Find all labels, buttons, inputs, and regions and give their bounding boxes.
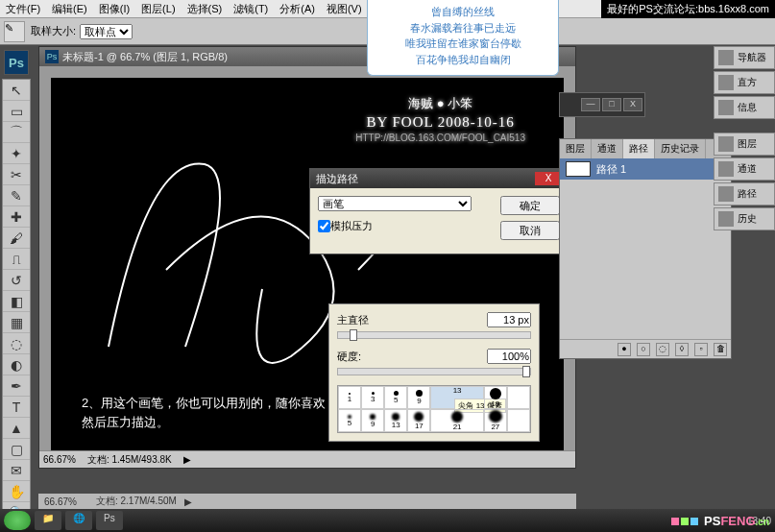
document-title: 未标题-1 @ 66.7% (图层 1, RGB/8): [62, 50, 228, 64]
eyedropper-icon[interactable]: ✎: [4, 21, 25, 42]
gradient-tool[interactable]: ▦: [3, 312, 30, 333]
zoom-value[interactable]: 66.67%: [43, 454, 76, 465]
path-select-tool[interactable]: ▲: [3, 418, 30, 439]
tab-history[interactable]: 历史记录: [655, 139, 706, 158]
diameter-input[interactable]: [487, 312, 531, 327]
brush-preset[interactable]: 21: [430, 409, 483, 432]
path-item[interactable]: 路径 1: [560, 158, 731, 180]
poem-tooltip: 曾自缚的丝线 春水漏载着往事已走远 唯我驻留在谁家窗台停歇 百花争艳我却自幽闭: [367, 0, 559, 76]
menu-analysis[interactable]: 分析(A): [274, 0, 321, 17]
taskbar-item[interactable]: Ps: [96, 511, 123, 530]
instruction-text: 2、用这个画笔，你也可以用别的，随你喜欢 然后压力描边。: [82, 394, 326, 431]
watermark: 最好的PS交流论坛:bbs.16xx8.com: [601, 0, 775, 18]
crop-tool[interactable]: ✂: [3, 164, 30, 185]
stroke-path-icon[interactable]: ○: [637, 343, 650, 356]
menu-file[interactable]: 文件(F): [0, 0, 46, 17]
brand-watermark: PSFENG.cn: [671, 514, 769, 528]
eraser-tool[interactable]: ◧: [3, 291, 30, 312]
statusbar-arrow-icon[interactable]: ▶: [183, 454, 191, 465]
type-tool[interactable]: T: [3, 397, 30, 418]
close-icon[interactable]: X: [623, 98, 642, 111]
brush-preset[interactable]: [507, 409, 530, 432]
panel-tabs: 图层 通道 路径 历史记录: [560, 139, 731, 158]
menu-filter[interactable]: 滤镜(T): [228, 0, 274, 17]
notes-tool[interactable]: ✉: [3, 460, 30, 481]
sample-size-select[interactable]: 取样点: [80, 24, 133, 39]
brush-tool[interactable]: 🖌: [3, 228, 30, 249]
eyedropper-tool[interactable]: ✎: [3, 185, 30, 206]
dialog-titlebar[interactable]: 描边路径 X: [310, 169, 568, 188]
hardness-slider[interactable]: [337, 368, 531, 375]
dock-info[interactable]: 信息: [714, 96, 775, 119]
navigator-icon: [718, 50, 734, 65]
channels-icon: [718, 161, 734, 177]
brush-preset[interactable]: 1: [338, 386, 361, 409]
footer-zoom[interactable]: 66.67%: [44, 496, 77, 507]
dock-histogram[interactable]: 直方: [714, 71, 775, 94]
brush-preset[interactable]: 19: [484, 386, 507, 409]
load-selection-icon[interactable]: ◌: [656, 343, 669, 356]
hardness-input[interactable]: [487, 349, 531, 364]
windows-taskbar: 📁 🌐 Ps 13:40: [0, 509, 775, 532]
ok-button[interactable]: 确定: [500, 196, 560, 215]
toolbox: ↖ ▭ ⌒ ✦ ✂ ✎ ✚ 🖌 ⎍ ↺ ◧ ▦ ◌ ◐ ✒ T ▲ ▢ ✉ ✋ …: [2, 79, 31, 532]
photoshop-logo-icon: Ps: [4, 50, 29, 75]
maximize-icon[interactable]: □: [602, 98, 621, 111]
brush-preset[interactable]: 27: [484, 409, 507, 432]
blur-tool[interactable]: ◌: [3, 333, 30, 354]
shape-tool[interactable]: ▢: [3, 439, 30, 460]
delete-path-icon[interactable]: 🗑: [714, 343, 727, 356]
dock-channels[interactable]: 通道: [714, 157, 775, 181]
menu-image[interactable]: 图像(I): [93, 0, 135, 17]
dock-navigator[interactable]: 导航器: [714, 46, 775, 69]
simulate-pressure-checkbox[interactable]: [318, 220, 330, 232]
brush-preset[interactable]: 13 尖角 13 像素: [430, 386, 483, 409]
fill-path-icon[interactable]: ●: [618, 343, 631, 356]
dodge-tool[interactable]: ◐: [3, 354, 30, 375]
brush-preset-grid: 1 3 5 9 13 尖角 13 像素 19 5 9 13 17 21 27: [337, 385, 531, 433]
lasso-tool[interactable]: ⌒: [3, 122, 30, 143]
brush-preset[interactable]: 17: [407, 409, 430, 432]
dock-layers[interactable]: 图层: [714, 133, 775, 156]
dock-paths[interactable]: 路径: [714, 182, 775, 206]
close-icon[interactable]: X: [535, 172, 562, 185]
make-workpath-icon[interactable]: ◊: [675, 343, 689, 356]
path-name: 路径 1: [596, 162, 626, 177]
brush-preset[interactable]: 13: [384, 409, 407, 432]
brush-preset[interactable]: [507, 386, 530, 409]
menu-select[interactable]: 选择(S): [182, 0, 229, 17]
taskbar-item[interactable]: 🌐: [65, 511, 92, 530]
brush-preset[interactable]: 3: [361, 386, 384, 409]
statusbar-arrow-icon[interactable]: ▶: [184, 496, 192, 507]
brush-preset[interactable]: 9: [407, 386, 430, 409]
diameter-slider[interactable]: [337, 331, 531, 339]
stamp-tool[interactable]: ⎍: [3, 249, 30, 270]
simulate-pressure-label: 模拟压力: [330, 219, 373, 233]
marquee-tool[interactable]: ▭: [3, 101, 30, 122]
taskbar-item[interactable]: 📁: [35, 511, 61, 530]
hand-tool[interactable]: ✋: [3, 481, 30, 502]
dock-history[interactable]: 历史: [714, 207, 775, 230]
history-brush-tool[interactable]: ↺: [3, 270, 30, 291]
dialog-title: 描边路径: [316, 172, 358, 186]
tab-layers[interactable]: 图层: [560, 139, 592, 158]
brush-preset[interactable]: 5: [338, 409, 361, 432]
ps-doc-icon: Ps: [45, 50, 59, 63]
brush-preset[interactable]: 5: [384, 386, 407, 409]
menu-edit[interactable]: 编辑(E): [46, 0, 93, 17]
minimize-icon[interactable]: —: [581, 98, 600, 111]
tab-paths[interactable]: 路径: [623, 139, 655, 158]
tab-channels[interactable]: 通道: [592, 139, 623, 158]
cancel-button[interactable]: 取消: [500, 221, 560, 240]
move-tool[interactable]: ↖: [3, 80, 30, 101]
stroke-tool-select[interactable]: 画笔: [318, 196, 472, 211]
start-button[interactable]: [4, 511, 31, 530]
pen-tool[interactable]: ✒: [3, 375, 30, 397]
brush-preset[interactable]: 9: [361, 409, 384, 432]
new-path-icon[interactable]: ▫: [694, 343, 708, 356]
healing-tool[interactable]: ✚: [3, 206, 30, 228]
menu-view[interactable]: 视图(V): [321, 0, 368, 17]
wand-tool[interactable]: ✦: [3, 143, 30, 164]
credit-author: 海贼 ● 小笨: [355, 95, 525, 112]
menu-layer[interactable]: 图层(L): [135, 0, 181, 17]
